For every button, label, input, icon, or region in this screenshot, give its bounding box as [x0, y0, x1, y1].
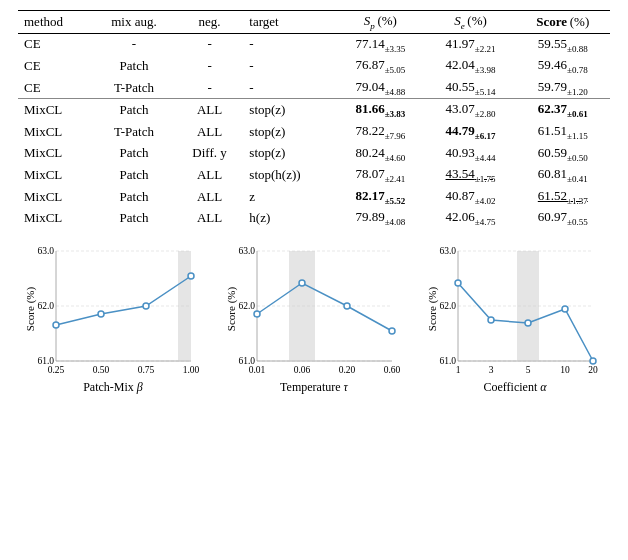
- svg-rect-8: [178, 251, 191, 361]
- cell-method: MixCL: [18, 186, 92, 208]
- cell-target: stop(z): [243, 143, 335, 165]
- col-header-sp: Sp (%): [335, 11, 425, 34]
- chart1-ylabel: Score (%): [26, 286, 37, 331]
- cell-target: -: [243, 77, 335, 99]
- cell-score: 60.81±0.41: [516, 164, 610, 186]
- chart2-point: [254, 311, 260, 317]
- chart3-xlabel: Coefficient α: [483, 380, 546, 395]
- cell-method: MixCL: [18, 99, 92, 121]
- table-row: MixCLPatchDiff. ystop(z)80.24±4.6040.93±…: [18, 143, 610, 165]
- svg-text:1.00: 1.00: [182, 365, 199, 375]
- cell-mixaug: Patch: [92, 207, 176, 229]
- table-row: MixCLPatchALLz82.17±5.5240.87±4.0261.52±…: [18, 186, 610, 208]
- chart2-xlabel: Temperature τ: [280, 380, 348, 395]
- table-row: CET-Patch--79.04±4.8840.55±5.1459.79±1.2…: [18, 77, 610, 99]
- svg-text:0.06: 0.06: [293, 365, 310, 375]
- chart2-ylabel: Score (%): [227, 286, 238, 331]
- chart1-xlabel: Patch-Mix β: [83, 380, 143, 395]
- svg-text:20: 20: [588, 365, 598, 375]
- chart2-point: [299, 280, 305, 286]
- cell-mixaug: Patch: [92, 99, 176, 121]
- cell-neg: -: [176, 33, 244, 55]
- chart3-point: [590, 358, 596, 364]
- col-header-mixaug: mix aug.: [92, 11, 176, 34]
- svg-text:0.01: 0.01: [248, 365, 265, 375]
- cell-score: 59.79±1.20: [516, 77, 610, 99]
- svg-text:63.0: 63.0: [238, 246, 255, 256]
- chart1-line: [56, 276, 191, 325]
- charts-section: Score (%) 61.0 62.0 63.0 0.25 0.50 0.75 …: [18, 241, 610, 395]
- cell-mixaug: Patch: [92, 143, 176, 165]
- chart3-point: [455, 280, 461, 286]
- cell-method: CE: [18, 33, 92, 55]
- cell-sp: 82.17±5.52: [335, 186, 425, 208]
- cell-sp: 80.24±4.60: [335, 143, 425, 165]
- svg-text:5: 5: [525, 365, 530, 375]
- cell-score: 61.52±1.37: [516, 186, 610, 208]
- cell-method: CE: [18, 77, 92, 99]
- cell-se: 40.87±4.02: [425, 186, 515, 208]
- cell-target: h(z): [243, 207, 335, 229]
- cell-mixaug: T-Patch: [92, 77, 176, 99]
- cell-score: 60.59±0.50: [516, 143, 610, 165]
- cell-target: stop(h(z)): [243, 164, 335, 186]
- col-header-score: Score (%): [516, 11, 610, 34]
- chart3-ylabel: Score (%): [428, 286, 439, 331]
- svg-text:63.0: 63.0: [439, 246, 456, 256]
- cell-neg: ALL: [176, 99, 244, 121]
- chart1-point: [53, 322, 59, 328]
- cell-neg: ALL: [176, 207, 244, 229]
- cell-mixaug: -: [92, 33, 176, 55]
- svg-rect-34: [517, 251, 539, 361]
- chart-patch-mix: Score (%) 61.0 62.0 63.0 0.25 0.50 0.75 …: [18, 241, 208, 395]
- cell-sp: 78.22±7.96: [335, 121, 425, 143]
- cell-target: stop(z): [243, 99, 335, 121]
- cell-se: 40.55±5.14: [425, 77, 515, 99]
- svg-text:62.0: 62.0: [439, 301, 456, 311]
- col-header-target: target: [243, 11, 335, 34]
- cell-mixaug: T-Patch: [92, 121, 176, 143]
- cell-se: 42.06±4.75: [425, 207, 515, 229]
- chart1-svg: Score (%) 61.0 62.0 63.0 0.25 0.50 0.75 …: [26, 241, 201, 376]
- cell-neg: -: [176, 55, 244, 77]
- cell-target: z: [243, 186, 335, 208]
- col-header-se: Se (%): [425, 11, 515, 34]
- chart3-svg: Score (%) 61.0 62.0 63.0 1 3 5 10 20: [428, 241, 603, 376]
- chart1-point: [188, 273, 194, 279]
- svg-text:0.25: 0.25: [47, 365, 64, 375]
- cell-se: 42.04±3.98: [425, 55, 515, 77]
- chart3-point: [562, 306, 568, 312]
- cell-se: 44.79±6.17: [425, 121, 515, 143]
- cell-mixaug: Patch: [92, 55, 176, 77]
- chart-temperature: Score (%) 61.0 62.0 63.0 0.01 0.06 0.20 …: [219, 241, 409, 395]
- svg-text:62.0: 62.0: [37, 301, 54, 311]
- cell-neg: -: [176, 77, 244, 99]
- cell-method: MixCL: [18, 207, 92, 229]
- svg-text:1: 1: [455, 365, 460, 375]
- cell-neg: ALL: [176, 186, 244, 208]
- svg-text:0.75: 0.75: [137, 365, 154, 375]
- col-header-method: method: [18, 11, 92, 34]
- cell-score: 61.51±1.15: [516, 121, 610, 143]
- chart3-point: [525, 320, 531, 326]
- table-row: MixCLPatchALLstop(z)81.66±3.8343.07±2.80…: [18, 99, 610, 121]
- svg-text:0.50: 0.50: [92, 365, 109, 375]
- col-header-neg: neg.: [176, 11, 244, 34]
- chart1-point: [143, 303, 149, 309]
- cell-target: -: [243, 33, 335, 55]
- chart2-svg: Score (%) 61.0 62.0 63.0 0.01 0.06 0.20 …: [227, 241, 402, 376]
- cell-score: 59.55±0.88: [516, 33, 610, 55]
- cell-sp: 79.89±4.08: [335, 207, 425, 229]
- cell-method: CE: [18, 55, 92, 77]
- results-table: method mix aug. neg. target Sp (%) Se (%…: [18, 10, 610, 229]
- svg-text:61.0: 61.0: [439, 356, 456, 366]
- svg-text:62.0: 62.0: [238, 301, 255, 311]
- cell-neg: Diff. y: [176, 143, 244, 165]
- cell-target: -: [243, 55, 335, 77]
- cell-sp: 77.14±3.35: [335, 33, 425, 55]
- chart2-line: [257, 283, 392, 331]
- cell-se: 43.07±2.80: [425, 99, 515, 121]
- cell-sp: 76.87±5.05: [335, 55, 425, 77]
- cell-score: 59.46±0.78: [516, 55, 610, 77]
- chart3-point: [488, 317, 494, 323]
